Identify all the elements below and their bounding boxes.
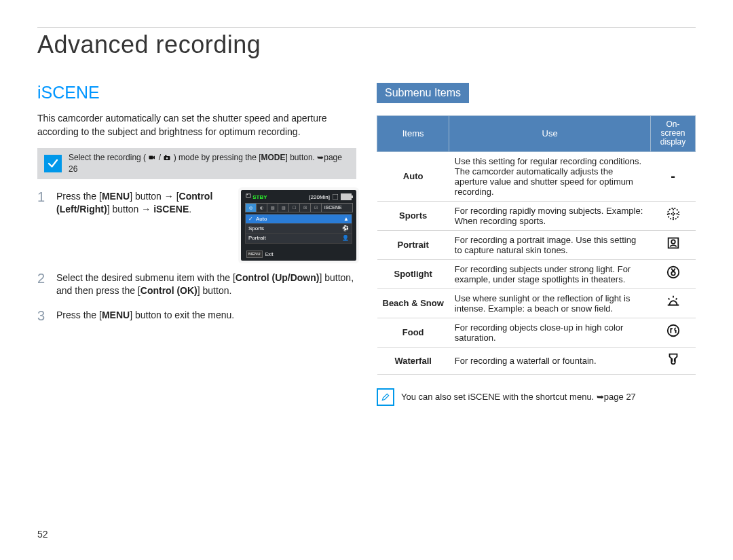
lcd-tab-icon: ▥ [278, 203, 289, 212]
section-heading-iscene: iSCENE [37, 83, 356, 102]
table-row: Auto Use this setting for regular record… [377, 151, 696, 201]
tip-text: You can also set iSCENE with the shortcu… [401, 392, 597, 402]
note-text-end: button. [288, 153, 317, 162]
lcd-row-label: Portrait [248, 234, 266, 242]
pencil-icon [377, 388, 394, 406]
table-row: Portrait For recording a portrait image.… [377, 230, 696, 259]
svg-point-2 [166, 157, 168, 160]
lcd-menu-button: MENU [246, 250, 263, 257]
svg-rect-3 [165, 155, 167, 157]
step2-text-c: ] button. [198, 285, 232, 296]
chapter-title: Advanced recording [37, 31, 696, 59]
cell-use: For recording objects close-up in high c… [449, 318, 651, 347]
lcd-time: [220Min] [309, 193, 330, 201]
note-mode-button: MODE [261, 153, 286, 162]
step2-text-a: Select the desired submenu item with the… [56, 272, 236, 283]
step-3: Press the [MENU] button to exit the menu… [37, 309, 356, 322]
lcd-exit-label: Exit [265, 251, 274, 258]
step1-text-c: ] button → [107, 204, 153, 214]
note-text-post: ) mode by pressing the [174, 153, 259, 162]
lcd-footer: MENU Exit [246, 250, 273, 257]
cell-osd: - [651, 151, 696, 201]
svg-point-5 [247, 194, 248, 195]
lcd-row-sports: Sports⚽ [246, 223, 352, 233]
cell-use: For recording rapidly moving subjects. E… [449, 201, 651, 230]
submenu-items-table: Items Use On-screen display Auto Use thi… [377, 115, 696, 375]
check-icon [44, 155, 62, 172]
step2-ctrl1: Control (Up/Down) [236, 272, 320, 283]
cell-name: Waterfall [377, 347, 449, 374]
lcd-tab-icon: ◐ [256, 203, 267, 212]
lcd-row-portrait: Portrait👤 [246, 233, 352, 242]
lcd-illustration: STBY [220Min] ◎ ◐ [241, 190, 356, 261]
svg-point-12 [667, 325, 679, 337]
svg-point-9 [671, 240, 675, 244]
lcd-row-label: Sports [248, 225, 264, 232]
food-icon [651, 318, 696, 347]
lcd-tab-icon: ☐ [288, 203, 300, 212]
cell-name: Portrait [377, 230, 449, 259]
lcd-tab-strip: ◎ ◐ ▧ ▥ ☐ ☒ ☑ iSCENE [245, 203, 352, 212]
lcd-stby: STBY [252, 194, 267, 200]
th-items: Items [377, 116, 449, 152]
portrait-icon [651, 230, 696, 259]
cell-use: Use this setting for regular recording c… [449, 151, 651, 201]
step3-menu: MENU [102, 310, 130, 320]
lcd-tab-icon: ◎ [245, 203, 257, 212]
lcd-row-label: Auto [256, 216, 267, 222]
step1-text-b: ] button → [ [130, 191, 178, 202]
tip-page-ref: page 27 [604, 392, 636, 402]
submenu-items-heading: Submenu Items [377, 83, 469, 103]
sports-icon [651, 201, 696, 230]
note-text: Select the recording ( / ) mode by press… [69, 152, 350, 175]
lcd-tab-label: iSCENE [321, 203, 353, 212]
lcd-row-auto: ✓Auto▲ [246, 214, 352, 223]
tip-row: You can also set iSCENE with the shortcu… [377, 388, 696, 406]
step-2: Select the desired submenu item with the… [37, 272, 356, 298]
step3-text-b: ] button to exit the menu. [130, 310, 234, 320]
spotlight-icon [651, 259, 696, 288]
th-use: Use [449, 116, 651, 152]
cell-use: For recording a portrait image. Use this… [449, 230, 651, 259]
lcd-tab-icon: ☑ [310, 203, 322, 212]
page-number: 52 [37, 529, 48, 540]
svg-rect-6 [333, 194, 338, 200]
table-row: Beach & Snow Use where sunlight or the r… [377, 288, 696, 318]
step1-text-a: Press the [ [56, 191, 102, 202]
table-row: Food For recording objects close-up in h… [377, 318, 696, 347]
intro-paragraph: This camcorder automatically can set the… [37, 112, 356, 138]
step1-iscene: iSCENE [153, 204, 189, 214]
lcd-list: ✓Auto▲ Sports⚽ Portrait👤 [245, 214, 352, 244]
note-text-pre: Select the recording ( [69, 153, 146, 162]
cell-name: Auto [377, 151, 449, 201]
th-osd-l2: display [660, 137, 685, 147]
note-box: Select the recording ( / ) mode by press… [37, 148, 356, 179]
waterfall-icon [651, 347, 696, 374]
table-row: Sports For recording rapidly moving subj… [377, 201, 696, 230]
th-osd: On-screen display [651, 116, 696, 152]
cell-name: Beach & Snow [377, 288, 449, 318]
th-osd-l1: On-screen [660, 119, 685, 138]
step2-ctrl2: Control (OK) [140, 285, 198, 296]
lcd-tab-icon: ☒ [299, 203, 311, 212]
table-row: Waterfall For recording a waterfall or f… [377, 347, 696, 374]
cell-use: Use where sunlight or the reflection of … [449, 288, 651, 318]
table-row: Spotlight For recording subjects under s… [377, 259, 696, 288]
battery-icon [341, 193, 352, 200]
cell-name: Spotlight [377, 259, 449, 288]
step1-text-d: . [189, 204, 191, 214]
cell-use: For recording a waterfall or fountain. [449, 347, 651, 374]
cell-name: Sports [377, 201, 449, 230]
lcd-tab-icon: ▧ [267, 203, 278, 212]
cell-use: For recording subjects under strong ligh… [449, 259, 651, 288]
step-1: Press the [MENU] button → [Control (Left… [37, 190, 356, 261]
cell-name: Food [377, 318, 449, 347]
svg-rect-0 [149, 156, 153, 160]
step3-text-a: Press the [ [56, 310, 102, 320]
step1-menu: MENU [102, 191, 130, 202]
beach-snow-icon [651, 288, 696, 318]
